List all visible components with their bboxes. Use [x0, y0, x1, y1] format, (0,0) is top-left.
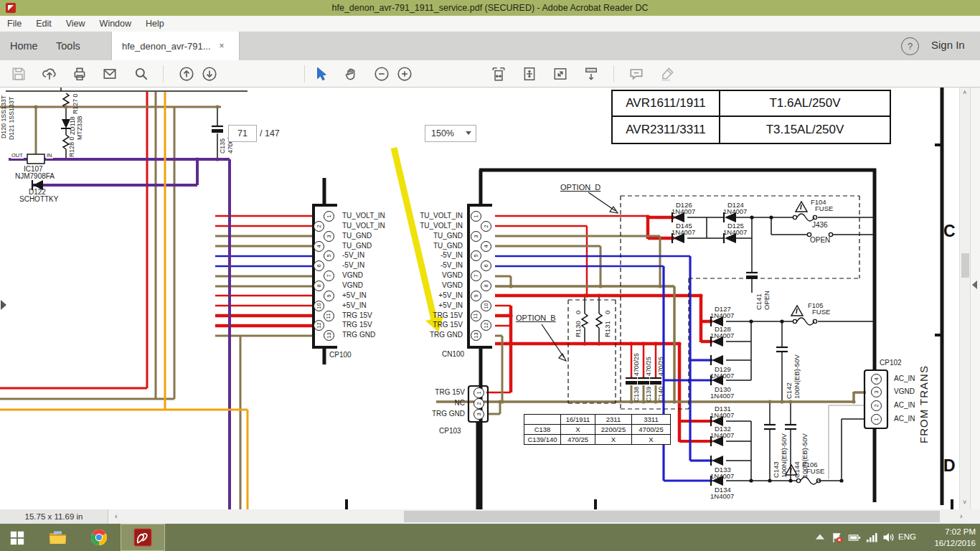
cap-ref: C140 — [658, 387, 664, 402]
menu-file[interactable]: File — [7, 19, 22, 29]
scroll-down-arrow[interactable]: ˅ — [963, 499, 966, 506]
tray-date: 16/12/2016 — [924, 537, 976, 549]
cap-value: 100N(EB)-50V — [793, 354, 801, 399]
pin-cn100-2: 2 — [481, 221, 491, 232]
grid-letter: C — [943, 223, 956, 240]
pin-cn100-9: 9 — [471, 291, 481, 301]
pin-label: TU_GND — [342, 232, 372, 240]
pin-label: TRG 15V — [378, 321, 463, 329]
page-number-input[interactable]: 71 — [228, 125, 257, 142]
file-explorer-icon — [48, 529, 67, 546]
chrome-icon — [90, 528, 108, 547]
upload-cloud-icon[interactable] — [42, 66, 57, 82]
pin-cp102-3: 3 — [871, 387, 882, 397]
speaker-icon[interactable] — [882, 532, 895, 543]
pin-cn100-5: 5 — [471, 250, 481, 261]
pin-cp100-9: 9 — [324, 291, 334, 301]
tab-close-icon[interactable]: × — [220, 41, 225, 51]
start-button[interactable] — [0, 524, 34, 551]
menu-help[interactable]: Help — [146, 19, 164, 29]
tab-document[interactable]: hfe_denon_avr-791... × — [111, 32, 240, 60]
tray-chevron-icon[interactable] — [814, 532, 826, 543]
search-icon[interactable] — [133, 66, 149, 82]
pin-label: AC_IN — [894, 375, 915, 382]
diode-part: 1N4007 — [710, 412, 734, 419]
pin-cp100-1: 1 — [324, 211, 334, 222]
resistor-label: R128 0 — [69, 137, 75, 157]
diode-label: D120 1SS133T — [1, 95, 7, 138]
vertical-scrollbar[interactable]: ˄ ˅ — [959, 87, 971, 509]
cap-value: 100N(EB)-50V — [801, 433, 809, 478]
connector-name: CP103 — [439, 428, 461, 435]
cap-value: 100N(EB)-50V — [781, 433, 788, 478]
taskbar-clock[interactable]: 7:02 PM 16/12/2016 — [924, 526, 976, 549]
next-page-icon[interactable] — [202, 66, 217, 82]
vertical-scroll-thumb[interactable] — [961, 253, 969, 278]
acrobat-button[interactable] — [121, 524, 165, 551]
cap-ref: C139 — [646, 387, 652, 402]
zoom-in-icon[interactable] — [397, 66, 413, 82]
menu-window[interactable]: Window — [100, 19, 131, 29]
zoom-out-icon[interactable] — [374, 66, 390, 82]
pin-cn100-8: 8 — [481, 281, 491, 291]
save-icon[interactable] — [11, 66, 27, 82]
select-tool-icon[interactable] — [313, 66, 329, 82]
diode-part: 1N4007 — [672, 229, 695, 236]
menu-view[interactable]: View — [66, 19, 85, 29]
pin-label: -5V_IN — [342, 252, 364, 259]
pin-cn100-11: 11 — [471, 311, 481, 321]
sign-in-link[interactable]: Sign In — [931, 39, 965, 51]
pin-cp100-10: 10 — [314, 301, 324, 311]
pin-label: VGND — [342, 282, 363, 289]
previous-page-icon[interactable] — [179, 66, 194, 82]
help-icon[interactable]: ? — [901, 37, 919, 55]
pin-label: TU_GND — [342, 242, 372, 250]
comment-icon[interactable] — [628, 66, 644, 82]
cap-ref: C143 — [773, 461, 780, 478]
pin-cp100-3: 3 — [324, 231, 334, 242]
cap-value: OPEN — [763, 291, 771, 310]
windows-taskbar: ENG 7:02 PM 16/12/2016 — [0, 524, 980, 551]
table-cell: 4700/25 — [632, 425, 671, 435]
table-cell: X — [561, 425, 595, 435]
battery-icon[interactable] — [848, 532, 861, 543]
tab-home[interactable]: Home — [10, 32, 38, 60]
resistor-value: 0 — [575, 311, 582, 314]
scroll-up-arrow[interactable]: ˄ — [963, 89, 966, 96]
pin-cp100-8: 8 — [314, 281, 324, 291]
pin-cp102-1: 1 — [871, 414, 882, 425]
email-icon[interactable] — [102, 66, 118, 82]
scrolling-mode-icon[interactable] — [583, 66, 599, 82]
highlighter-icon[interactable] — [659, 66, 675, 82]
fuse-rating-table: AVR1611/1911 T1.6AL/250V AVR2311/3311 T3… — [611, 90, 891, 144]
scroll-left-arrow[interactable]: ‹ — [115, 512, 118, 520]
tab-tools[interactable]: Tools — [56, 32, 80, 60]
table-cell: T3.15AL/250V — [720, 116, 890, 143]
table-cell: X — [595, 435, 632, 445]
action-center-flag-icon[interactable] — [831, 532, 844, 543]
fit-width-icon[interactable] — [491, 66, 507, 82]
nav-pane-expander[interactable] — [1, 300, 6, 310]
zoom-level-dropdown[interactable]: 150% — [425, 125, 476, 142]
horizontal-scroll-thumb[interactable] — [404, 511, 940, 522]
pin-cp100-13: 13 — [324, 330, 334, 341]
chrome-button[interactable] — [79, 524, 119, 551]
tools-pane-expander[interactable] — [972, 281, 977, 289]
table-cell: 16/1911 — [561, 415, 595, 425]
fit-page-icon[interactable] — [522, 66, 537, 82]
signal-bars-icon[interactable] — [865, 532, 878, 543]
table-cell: X — [632, 435, 671, 445]
file-explorer-button[interactable] — [37, 524, 77, 551]
cap-ref: C144 — [793, 461, 801, 478]
scroll-right-arrow[interactable]: › — [960, 512, 963, 520]
diode-label: D121 1SS133T — [9, 97, 15, 140]
zener-ref: ZD118 — [70, 116, 76, 135]
pin-label: +5V_IN — [342, 292, 367, 299]
menu-edit[interactable]: Edit — [36, 19, 52, 29]
hand-tool-icon[interactable] — [343, 66, 359, 82]
fullscreen-icon[interactable] — [552, 66, 568, 82]
language-indicator[interactable]: ENG — [898, 532, 916, 541]
print-icon[interactable] — [72, 66, 88, 82]
zoom-level-value: 150% — [431, 128, 454, 138]
diode-part: 1N4007 — [710, 473, 734, 480]
